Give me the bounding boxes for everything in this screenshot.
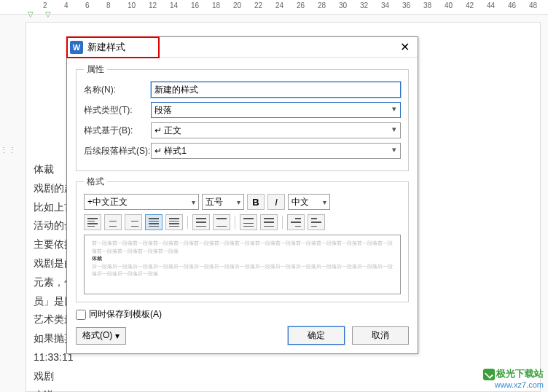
- font-select[interactable]: +中文正文: [84, 194, 199, 210]
- decrease-para-spacing-button[interactable]: [260, 214, 278, 230]
- ruler-tick: 26: [297, 1, 305, 9]
- ruler-tick: 18: [212, 1, 220, 9]
- format-group: 格式 +中文正文 五号 B I 中文: [76, 176, 409, 302]
- outline-handle: ⋮⋮: [0, 146, 9, 154]
- increase-para-spacing-button[interactable]: [240, 214, 257, 230]
- ruler-tick: 28: [318, 1, 326, 9]
- ruler-tick: 6: [85, 1, 90, 9]
- ruler-tick: 34: [381, 1, 389, 9]
- language-select[interactable]: 中文: [288, 194, 330, 210]
- name-label: 名称(N):: [84, 84, 151, 96]
- align-right-button[interactable]: [125, 214, 142, 230]
- ruler-tick: 24: [275, 1, 283, 9]
- increase-indent-button[interactable]: [308, 214, 325, 230]
- ruler-tick: 12: [149, 1, 157, 9]
- ruler-tick: 40: [445, 1, 453, 9]
- ruler-tick: 30: [339, 1, 347, 9]
- ruler-tick: 4: [64, 1, 68, 9]
- ruler-tick: 36: [402, 1, 410, 9]
- new-style-dialog: W 新建样式 ✕ 属性 名称(N): 样式类型(T): 段落 样式基于(B): …: [66, 36, 418, 354]
- ok-button[interactable]: 确定: [288, 326, 345, 345]
- properties-legend: 属性: [84, 63, 107, 76]
- save-to-template-checkbox[interactable]: [76, 310, 86, 320]
- align-center-button[interactable]: [104, 214, 122, 230]
- ruler-tick: 16: [191, 1, 199, 9]
- ruler-tick: 44: [487, 1, 495, 9]
- separator: [187, 216, 188, 229]
- ruler-tick: 20: [233, 1, 241, 9]
- style-type-select[interactable]: 段落: [151, 102, 401, 118]
- horizontal-ruler: ▽ ▽ 246810121416182022242628303234363840…: [0, 0, 548, 15]
- ruler-tick: 48: [529, 1, 537, 9]
- document-line[interactable]: 戏剧: [34, 368, 533, 385]
- save-to-template-label: 同时保存到模板(A): [89, 308, 162, 321]
- align-justify-button[interactable]: [145, 214, 163, 230]
- close-icon[interactable]: ✕: [394, 39, 415, 56]
- dialog-titlebar[interactable]: W 新建样式 ✕: [67, 37, 418, 58]
- properties-group: 属性 名称(N): 样式类型(T): 段落 样式基于(B): ↵ 正文 后续段落…: [76, 63, 409, 171]
- align-left-button[interactable]: [84, 214, 101, 230]
- italic-button[interactable]: I: [267, 194, 285, 210]
- chevron-down-icon: ▾: [115, 331, 120, 341]
- cancel-button[interactable]: 取消: [352, 326, 409, 345]
- format-legend: 格式: [84, 176, 107, 188]
- ruler-tick: 46: [508, 1, 516, 9]
- preview-pane: 前一段落前一段落前一段落前一段落前一段落前一段落前一段落前一段落前一段落前一段落…: [84, 235, 401, 294]
- line-spacing-2-button[interactable]: [213, 214, 230, 230]
- line-spacing-1-button[interactable]: [192, 214, 210, 230]
- ruler-tick: 22: [254, 1, 262, 9]
- align-distribute-button[interactable]: [165, 214, 183, 230]
- ruler-tick: 10: [128, 1, 136, 9]
- ruler-tick: 2: [43, 1, 47, 9]
- ruler-tick: 32: [360, 1, 368, 9]
- type-label: 样式类型(T):: [84, 104, 151, 117]
- next-style-select[interactable]: ↵ 样式1: [151, 143, 401, 159]
- download-icon: [483, 369, 495, 380]
- format-dropdown-button[interactable]: 格式(O)▾: [76, 327, 126, 345]
- ruler-tick: 8: [106, 1, 111, 9]
- based-on-select[interactable]: ↵ 正文: [151, 122, 401, 138]
- indent-marker[interactable]: ▽: [45, 10, 51, 18]
- decrease-indent-button[interactable]: [287, 214, 305, 230]
- separator: [282, 216, 283, 229]
- based-label: 样式基于(B):: [84, 125, 151, 137]
- bold-button[interactable]: B: [247, 194, 265, 210]
- ruler-tick: 38: [423, 1, 431, 9]
- watermark: 极光下载站 www.xz7.com: [483, 367, 544, 389]
- document-line[interactable]: 小说: [34, 387, 533, 392]
- ruler-tick: 42: [466, 1, 474, 9]
- indent-marker[interactable]: ▽: [28, 10, 34, 18]
- app-icon: W: [70, 41, 83, 54]
- separator: [235, 216, 235, 229]
- style-name-input[interactable]: [151, 82, 401, 98]
- next-label: 后续段落样式(S):: [84, 145, 151, 157]
- ruler-tick: 14: [170, 1, 178, 9]
- dialog-title: 新建样式: [87, 41, 394, 54]
- font-size-select[interactable]: 五号: [202, 194, 244, 210]
